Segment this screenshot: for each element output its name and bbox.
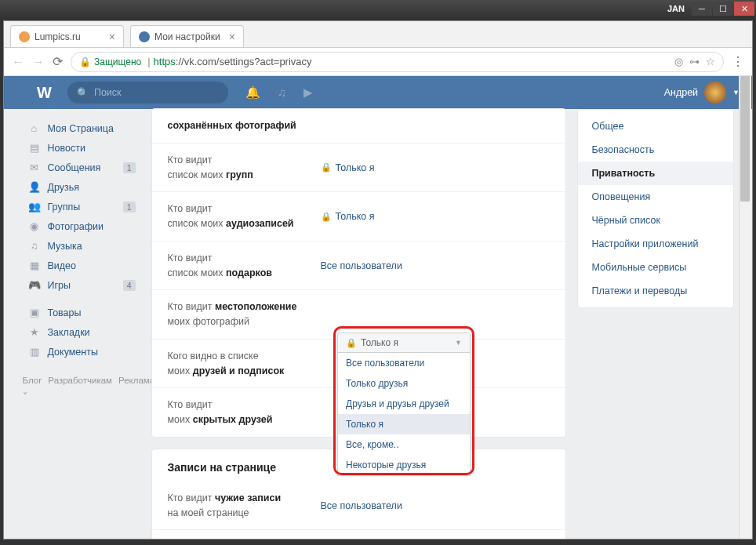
user-menu[interactable]: Андрей ▼ <box>664 82 740 104</box>
footer-links: БлогРазработчикамРекламаЕщё ˅ <box>23 372 140 405</box>
menu-button[interactable]: ⋮ <box>732 54 744 69</box>
play-icon[interactable]: ▶ <box>303 85 313 100</box>
secure-label: Защищено <box>94 56 141 67</box>
tab-close-icon[interactable]: × <box>109 31 115 43</box>
tab-bar: Lumpics.ru × Мои настройки × <box>4 21 752 48</box>
nav-label: Сообщения <box>48 162 101 173</box>
search-placeholder: Поиск <box>94 87 122 98</box>
browser-tab-lumpics[interactable]: Lumpics.ru × <box>10 25 124 47</box>
tab-close-icon[interactable]: × <box>229 31 235 43</box>
lock-icon: 🔒 <box>321 212 332 222</box>
dropdown-option[interactable]: Только друзья <box>338 373 470 394</box>
setting-row: Кто видитсписок моих подарковВсе пользов… <box>152 242 565 291</box>
bullseye-icon[interactable]: ◎ <box>674 56 683 67</box>
nav-label: Друзья <box>48 182 80 193</box>
music-icon[interactable]: ♫ <box>278 85 286 100</box>
sidebar-item[interactable]: 👥Группы1 <box>23 197 140 216</box>
settings-tab[interactable]: Оповещения <box>578 185 733 209</box>
browser-window: Lumpics.ru × Мои настройки × ← → ⟳ 🔒 Защ… <box>3 20 753 540</box>
setting-value[interactable]: Все пользователи <box>321 251 402 281</box>
dropdown-list: Все пользователиТолько друзьяДрузья и др… <box>337 353 471 476</box>
dropdown-selected[interactable]: 🔒 Только я ▼ <box>337 332 471 353</box>
close-button[interactable]: ✕ <box>734 2 754 16</box>
nav-icon: ⌂ <box>27 122 42 134</box>
footer-link[interactable]: Разработчикам <box>48 376 112 385</box>
star-icon[interactable]: ☆ <box>706 56 715 67</box>
nav-icon: ▥ <box>27 346 42 358</box>
nav-icon: 👤 <box>27 181 42 193</box>
page-content: W 🔍 Поиск 🔔 ♫ ▶ Андрей ▼ ⌂Моя Страница▤Н… <box>4 76 752 539</box>
browser-tab-vk[interactable]: Мои настройки × <box>130 25 244 47</box>
setting-row: Кто может оставлять записина моей страни… <box>152 530 565 539</box>
vk-header: W 🔍 Поиск 🔔 ♫ ▶ Андрей ▼ <box>4 76 752 109</box>
nav-icon: ✉ <box>27 162 42 173</box>
settings-tab[interactable]: Платежи и переводы <box>578 279 733 303</box>
nav-label: Закладки <box>48 327 90 338</box>
setting-label: Кто видит местоположениемоих фотографий <box>168 300 321 329</box>
nav-icon: ◉ <box>27 220 42 232</box>
nav-icon: ★ <box>27 326 42 338</box>
sidebar-item[interactable]: ▤Новости <box>23 138 140 158</box>
settings-tab[interactable]: Безопасность <box>578 138 733 162</box>
nav-label: Новости <box>48 143 85 154</box>
dropdown-option[interactable]: Только я <box>338 414 470 434</box>
url-text: ://vk.com/settings?act=privacy <box>176 56 312 67</box>
sidebar-item[interactable]: ▦Видео <box>23 256 140 275</box>
setting-label: Кого видно в спискемоих друзей и подписо… <box>168 349 321 379</box>
settings-tab[interactable]: Настройки приложений <box>578 232 733 256</box>
notifications-icon[interactable]: 🔔 <box>245 85 260 100</box>
forward-button[interactable]: → <box>32 55 45 69</box>
badge: 1 <box>123 202 136 213</box>
setting-value[interactable]: 🔒Только я <box>321 153 375 183</box>
setting-value[interactable]: Все пользователи <box>321 491 402 521</box>
minimize-button[interactable]: ─ <box>692 2 712 16</box>
scrollbar[interactable] <box>739 76 751 539</box>
nav-icon: 👥 <box>27 201 42 213</box>
back-button[interactable]: ← <box>12 55 24 69</box>
footer-link[interactable]: Реклама <box>118 376 154 385</box>
nav-icon: ▣ <box>27 307 42 318</box>
setting-label: Кто видитсписок моих аудиозаписей <box>168 202 321 231</box>
reload-button[interactable]: ⟳ <box>53 54 63 69</box>
sidebar-item[interactable]: ▣Товары <box>23 303 140 322</box>
left-sidebar: ⌂Моя Страница▤Новости✉Сообщения1👤Друзья👥… <box>23 109 140 539</box>
tab-title: Мои настройки <box>154 31 220 42</box>
vk-logo[interactable]: W <box>37 84 52 102</box>
sidebar-item[interactable]: ♫Музыка <box>23 236 140 256</box>
settings-tab[interactable]: Общее <box>578 114 733 138</box>
sidebar-item[interactable]: 🎮Игры4 <box>23 275 140 295</box>
settings-tab[interactable]: Мобильные сервисы <box>578 256 733 279</box>
key-icon[interactable]: ⊶ <box>689 56 700 67</box>
nav-icon: ▤ <box>27 142 42 154</box>
footer-link[interactable]: Блог <box>23 376 42 385</box>
setting-label: Кто видитсписок моих групп <box>168 153 321 183</box>
sidebar-item[interactable]: ⌂Моя Страница <box>23 118 140 138</box>
setting-label: сохранённых фотографий <box>168 118 321 133</box>
maximize-button[interactable]: ☐ <box>713 2 733 16</box>
dropdown-option[interactable]: Все пользователи <box>338 353 470 373</box>
search-input[interactable]: 🔍 Поиск <box>67 82 228 104</box>
nav-icon: ▦ <box>27 260 42 271</box>
titlebar-text: JAN <box>667 4 685 13</box>
badge: 4 <box>123 280 136 291</box>
sidebar-item[interactable]: ▥Документы <box>23 342 140 362</box>
privacy-dropdown: 🔒 Только я ▼ Все пользователиТолько друз… <box>337 332 471 476</box>
nav-label: Группы <box>48 202 81 213</box>
window-titlebar: JAN ─ ☐ ✕ <box>0 0 756 17</box>
sidebar-item[interactable]: 👤Друзья <box>23 177 140 197</box>
dropdown-option[interactable]: Друзья и друзья друзей <box>338 394 470 414</box>
setting-value[interactable]: 🔒Только я <box>321 202 375 231</box>
favicon-icon <box>139 31 150 42</box>
nav-label: Игры <box>48 280 71 291</box>
chevron-down-icon: ▼ <box>455 339 462 347</box>
dropdown-option[interactable]: Все, кроме.. <box>338 434 470 455</box>
settings-tab[interactable]: Чёрный список <box>578 209 733 232</box>
dropdown-option[interactable]: Некоторые друзья <box>338 455 470 475</box>
url-input[interactable]: 🔒 Защищено | https ://vk.com/settings?ac… <box>71 52 724 72</box>
sidebar-item[interactable]: ◉Фотографии <box>23 216 140 236</box>
sidebar-item[interactable]: ✉Сообщения1 <box>23 158 140 177</box>
scrollbar-thumb[interactable] <box>740 76 750 202</box>
settings-tab[interactable]: Приватность <box>578 162 733 185</box>
nav-icon: 🎮 <box>27 279 42 291</box>
sidebar-item[interactable]: ★Закладки <box>23 322 140 342</box>
